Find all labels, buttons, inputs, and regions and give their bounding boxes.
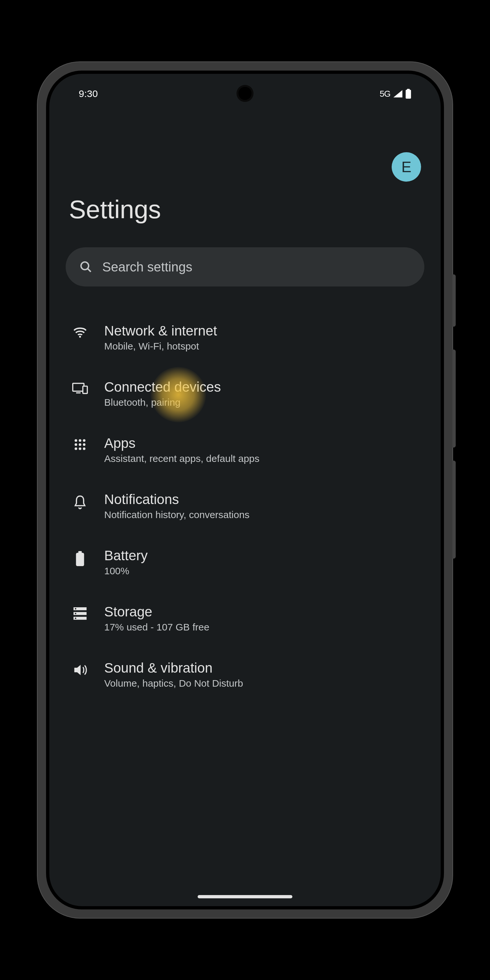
search-icon [80,260,92,274]
navigation-bar-handle[interactable] [197,895,293,898]
content-area: E Settings Network & internet Mobile, [49,110,441,906]
status-time: 9:30 [79,88,98,99]
settings-item-sound[interactable]: Sound & vibration Volume, haptics, Do No… [66,646,424,703]
svg-rect-1 [407,89,410,90]
settings-item-connected-devices[interactable]: Connected devices Bluetooth, pairing [66,366,424,422]
status-bar: 9:30 5G [49,86,441,102]
svg-point-11 [75,443,77,446]
status-icons: 5G [380,89,411,99]
wifi-icon [73,326,87,338]
screen: 9:30 5G E Settings [49,74,441,906]
svg-rect-17 [76,553,84,566]
bell-icon [74,495,86,509]
svg-point-13 [83,443,86,446]
item-subtitle: Volume, haptics, Do Not Disturb [104,678,419,689]
svg-point-9 [79,439,81,442]
profile-avatar[interactable]: E [392,152,421,181]
item-subtitle: Mobile, Wi-Fi, hotspot [104,341,419,352]
volume-down-button[interactable] [452,461,456,558]
svg-point-2 [81,262,89,269]
item-subtitle: Notification history, conversations [104,509,419,520]
item-subtitle: Assistant, recent apps, default apps [104,453,419,464]
settings-item-notifications[interactable]: Notifications Notification history, conv… [66,478,424,534]
search-input[interactable] [102,260,410,274]
svg-point-24 [75,617,76,619]
search-bar[interactable] [66,247,424,286]
item-subtitle: 100% [104,565,419,577]
svg-point-8 [75,439,77,442]
item-title: Sound & vibration [104,660,419,676]
svg-line-3 [88,269,91,272]
svg-rect-18 [78,551,82,554]
item-title: Notifications [104,492,419,508]
settings-item-network[interactable]: Network & internet Mobile, Wi-Fi, hotspo… [66,309,424,366]
item-title: Apps [104,436,419,451]
settings-list: Network & internet Mobile, Wi-Fi, hotspo… [66,306,424,703]
battery-icon [406,89,411,99]
svg-point-16 [83,447,86,450]
item-title: Connected devices [104,379,419,395]
item-title: Storage [104,604,419,620]
phone-bezel: 9:30 5G E Settings [46,70,444,910]
svg-point-14 [75,447,77,450]
volume-up-button[interactable] [452,350,456,447]
storage-icon [73,607,87,620]
item-subtitle: Bluetooth, pairing [104,397,419,408]
page-title: Settings [66,195,424,224]
settings-item-storage[interactable]: Storage 17% used - 107 GB free [66,590,424,646]
item-subtitle: 17% used - 107 GB free [104,622,419,633]
cellular-signal-icon [393,89,403,98]
item-title: Battery [104,548,419,563]
svg-point-15 [79,447,81,450]
svg-point-22 [75,608,76,609]
power-button[interactable] [452,274,456,327]
svg-point-10 [83,439,86,442]
network-type-label: 5G [380,89,390,99]
settings-item-apps[interactable]: Apps Assistant, recent apps, default app… [66,422,424,478]
svg-rect-0 [406,90,411,99]
settings-item-battery[interactable]: Battery 100% [66,534,424,590]
svg-rect-7 [83,386,88,393]
svg-point-12 [79,443,81,446]
battery-icon [76,551,84,566]
phone-frame: 9:30 5G E Settings [38,62,452,918]
svg-point-23 [75,613,76,614]
volume-icon [73,663,87,676]
item-title: Network & internet [104,323,419,339]
devices-icon [72,382,88,394]
apps-grid-icon [74,439,86,450]
svg-point-4 [79,336,81,338]
